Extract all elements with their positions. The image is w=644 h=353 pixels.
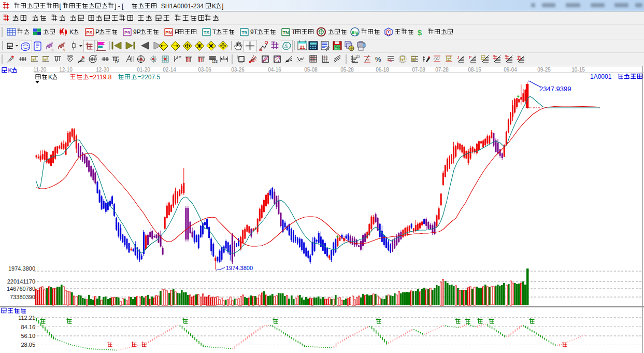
svg-text:84.16: 84.16 — [21, 324, 35, 330]
svg-text:28.05: 28.05 — [21, 342, 35, 348]
svg-text:112.21: 112.21 — [18, 315, 35, 321]
svg-text:12-30: 12-30 — [96, 67, 109, 73]
svg-text:K: K — [8, 67, 12, 74]
svg-text:06-18: 06-18 — [376, 67, 389, 73]
svg-text:] - [: ] - [ — [115, 3, 124, 10]
svg-text:P9: P9 — [124, 30, 130, 35]
svg-text:05-08: 05-08 — [304, 67, 318, 73]
svg-text:%: % — [375, 55, 381, 63]
svg-text:220141170: 220141170 — [7, 278, 35, 285]
svg-text:K: K — [212, 3, 216, 10]
svg-text:21: 21 — [299, 45, 305, 50]
svg-text:1974.3800: 1974.3800 — [226, 265, 253, 271]
svg-text:01-20: 01-20 — [137, 67, 150, 73]
svg-text:123: 123 — [212, 60, 218, 63]
svg-text:11-20: 11-20 — [34, 67, 47, 73]
svg-text:09-25: 09-25 — [537, 67, 551, 73]
svg-text:04-16: 04-16 — [268, 67, 281, 73]
svg-text:$: $ — [418, 28, 422, 37]
svg-text:T: T — [292, 29, 296, 36]
svg-text:%: % — [388, 58, 392, 63]
svg-text:TS: TS — [204, 30, 210, 35]
svg-text:09-04: 09-04 — [504, 67, 517, 73]
svg-text:=2119.8: =2119.8 — [90, 74, 112, 81]
svg-text:PN: PN — [165, 30, 172, 35]
svg-text:TN: TN — [283, 30, 289, 35]
svg-text:9: 9 — [63, 48, 65, 52]
svg-text:SH1A0001-234: SH1A0001-234 — [158, 3, 204, 10]
svg-text:56.10: 56.10 — [21, 333, 35, 339]
svg-text:123: 123 — [355, 55, 360, 58]
svg-text:n²: n² — [115, 59, 119, 64]
svg-text:Big: Big — [352, 30, 359, 35]
svg-text:P: P — [175, 29, 179, 36]
svg-text:PS: PS — [86, 30, 92, 35]
svg-text:08-15: 08-15 — [468, 67, 481, 73]
svg-text:3: 3 — [51, 48, 53, 52]
svg-text:10-15: 10-15 — [571, 67, 585, 73]
svg-text:F: F — [469, 55, 472, 60]
svg-text:F: F — [56, 59, 59, 63]
svg-text:1A0001: 1A0001 — [590, 73, 615, 80]
svg-text:03-26: 03-26 — [231, 67, 245, 73]
svg-text:02-14: 02-14 — [163, 67, 176, 73]
svg-text:12-10: 12-10 — [59, 67, 73, 73]
svg-text:2347.9399: 2347.9399 — [539, 85, 571, 93]
svg-text:9T: 9T — [250, 29, 258, 36]
svg-text:73380390: 73380390 — [10, 294, 35, 300]
svg-text:1974.3800: 1974.3800 — [8, 265, 35, 272]
svg-text:07-28: 07-28 — [435, 67, 449, 73]
svg-text:T: T — [212, 29, 217, 36]
svg-text:9P: 9P — [133, 29, 141, 36]
svg-text:05-28: 05-28 — [340, 67, 354, 73]
svg-text:K: K — [48, 74, 52, 81]
svg-text:=2207.5: =2207.5 — [138, 74, 161, 81]
svg-text:J: J — [457, 55, 460, 60]
svg-text:T9: T9 — [241, 30, 247, 35]
svg-text:07-08: 07-08 — [412, 67, 425, 73]
svg-text:P: P — [95, 29, 99, 36]
svg-text:146760780: 146760780 — [7, 286, 35, 292]
svg-text:K: K — [69, 29, 74, 36]
svg-text:]: ] — [222, 3, 223, 10]
svg-text:%: % — [366, 58, 369, 62]
svg-text:03-06: 03-06 — [198, 67, 211, 73]
